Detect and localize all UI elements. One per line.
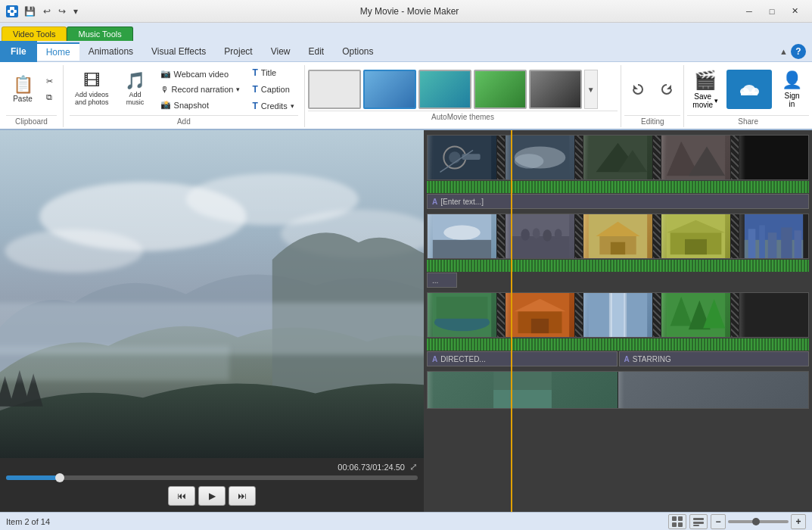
theme-2[interactable]	[418, 70, 471, 109]
ribbon: File Home Animations Visual Effects Proj…	[0, 41, 812, 130]
nav-edit[interactable]: Edit	[299, 43, 333, 60]
redo-btn[interactable]: ↪	[55, 5, 69, 18]
tab-music-tools[interactable]: Music Tools	[67, 26, 132, 41]
text-bar-1[interactable]: A [Enter text...]	[427, 194, 809, 209]
tl-clip[interactable]	[428, 214, 496, 258]
timeline-view-btn[interactable]	[689, 514, 708, 529]
tab-video-tools[interactable]: Video Tools	[2, 26, 67, 41]
close-btn[interactable]: ✕	[783, 4, 806, 19]
rotate-right-btn[interactable]	[653, 76, 680, 103]
add-music-btn[interactable]: 🎵 Add music	[119, 70, 152, 109]
play-btn[interactable]: ▶	[198, 486, 226, 506]
svg-rect-56	[781, 227, 792, 258]
nav-project[interactable]: Project	[215, 43, 261, 60]
main-area: 00:06.73/01:24.50 ⤢ ⏮ ▶ ⏭	[0, 130, 812, 512]
editing-buttons	[624, 65, 680, 114]
tl-clip[interactable]	[618, 372, 808, 408]
zoom-in-btn[interactable]: +	[791, 514, 806, 529]
tl-clip[interactable]	[428, 136, 496, 179]
tl-clip[interactable]	[428, 372, 618, 408]
nav-visual-effects[interactable]: Visual Effects	[142, 43, 215, 60]
tl-clip[interactable]	[506, 214, 574, 258]
cut-btn[interactable]: ✂	[42, 74, 57, 89]
nav-animations[interactable]: Animations	[79, 43, 142, 60]
svg-point-27	[515, 154, 544, 168]
theme-1[interactable]	[363, 70, 416, 109]
zoom-controls: − +	[711, 514, 806, 529]
svg-point-12	[5, 229, 143, 273]
dropdown-btn[interactable]: ▾	[70, 5, 81, 18]
sign-in-btn[interactable]: 👤 Sign in	[775, 67, 809, 111]
svg-rect-76	[678, 516, 683, 521]
tl-clip[interactable]	[739, 293, 808, 337]
audio-strip-3	[427, 338, 809, 351]
tl-clip[interactable]	[661, 293, 730, 337]
tl-clip[interactable]	[506, 136, 574, 179]
skydrive-btn[interactable]	[726, 70, 772, 109]
webcam-btn[interactable]: 📷 Webcam video	[157, 67, 244, 81]
progress-thumb[interactable]	[55, 473, 64, 482]
nav-options[interactable]: Options	[333, 43, 382, 60]
tl-clip[interactable]	[661, 136, 730, 179]
nav-home[interactable]: Home	[37, 42, 79, 61]
tl-clip[interactable]	[583, 136, 652, 179]
svg-rect-64	[531, 319, 549, 333]
tl-clip[interactable]	[583, 214, 652, 258]
paste-btn[interactable]: 📋 Paste	[6, 73, 39, 106]
tl-transition	[731, 293, 739, 337]
add-videos-icon: 🎞	[83, 73, 100, 89]
save-movie-btn[interactable]: 🎬 Save movie ▾	[687, 67, 723, 112]
file-menu-btn[interactable]: File	[0, 41, 37, 62]
playback-bar[interactable]	[6, 475, 418, 480]
text-bar-2[interactable]: ...	[427, 273, 457, 288]
theme-4[interactable]	[529, 70, 582, 109]
themes-down-arrow[interactable]: ▼	[584, 70, 598, 109]
tl-clip[interactable]	[739, 214, 808, 258]
progress-track[interactable]	[6, 475, 418, 480]
theme-3[interactable]	[474, 70, 527, 109]
tl-clip[interactable]	[583, 293, 652, 337]
rotate-left-btn[interactable]	[624, 76, 652, 103]
snapshot-btn[interactable]: 📸 Snapshot	[157, 98, 244, 112]
person-icon: 👤	[782, 70, 802, 90]
timeline-scroll[interactable]: A [Enter text...]	[424, 130, 812, 512]
zoom-slider[interactable]	[728, 520, 789, 523]
maximize-btn[interactable]: □	[761, 4, 783, 19]
tl-clip[interactable]	[661, 214, 730, 258]
save-quick-btn[interactable]: 💾	[21, 5, 39, 18]
starring-bar[interactable]: A STARRING	[619, 351, 810, 366]
svg-rect-8	[741, 92, 758, 95]
collapse-ribbon-btn[interactable]: ▲	[779, 47, 788, 56]
theme-none[interactable]	[308, 70, 361, 109]
add-videos-btn[interactable]: 🎞 Add videos and photos	[70, 70, 114, 109]
video-preview[interactable]	[0, 130, 424, 458]
directed-bar[interactable]: A DIRECTED...	[427, 351, 618, 366]
tl-clip[interactable]	[739, 136, 808, 179]
tl-clip[interactable]	[428, 293, 496, 337]
svg-rect-66	[611, 293, 625, 337]
storyboard-view-btn[interactable]	[668, 514, 686, 529]
share-group: 🎬 Save movie ▾ 👤 Sign	[684, 65, 812, 127]
help-btn[interactable]: ?	[791, 44, 806, 59]
tl-transition	[497, 293, 505, 337]
tl-clip[interactable]	[506, 293, 574, 337]
caption-btn[interactable]: T Caption	[248, 82, 297, 97]
next-frame-btn[interactable]: ⏭	[229, 486, 256, 506]
credits-btn[interactable]: T Credits ▾	[248, 98, 297, 114]
zoom-out-btn[interactable]: −	[711, 514, 726, 529]
copy-btn[interactable]: ⧉	[42, 90, 57, 104]
title-btn[interactable]: T Title	[248, 65, 297, 80]
svg-rect-55	[768, 232, 777, 258]
record-narration-btn[interactable]: 🎙 Record narration ▾	[157, 83, 244, 96]
starring-icon: A	[624, 355, 630, 363]
minimize-btn[interactable]: ─	[738, 4, 761, 19]
timeline-pane: A [Enter text...]	[424, 130, 812, 512]
expand-preview-btn[interactable]: ⤢	[409, 461, 418, 472]
undo-btn[interactable]: ↩	[40, 5, 54, 18]
nav-view[interactable]: View	[262, 43, 300, 60]
clipboard-label: Clipboard	[6, 115, 57, 127]
clipboard-group: 📋 Paste ✂ ⧉ Clipboard	[0, 65, 64, 127]
zoom-thumb[interactable]	[752, 518, 760, 525]
status-bar: Item 2 of 14 − +	[0, 512, 812, 530]
prev-frame-btn[interactable]: ⏮	[168, 486, 195, 506]
